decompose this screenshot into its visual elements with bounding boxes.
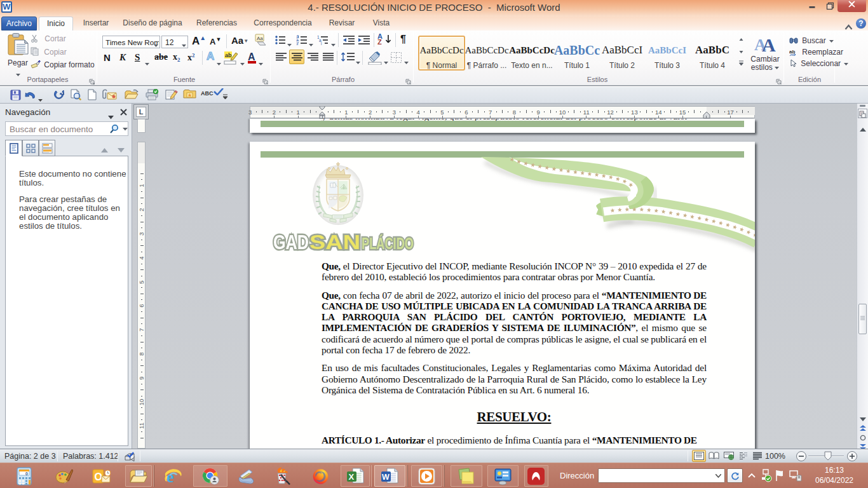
svg-text:SAN: SAN xyxy=(309,231,360,254)
svg-text:PLÁCIDO: PLÁCIDO xyxy=(362,234,414,252)
svg-text:ac: ac xyxy=(789,54,794,56)
svg-text:X: X xyxy=(349,472,355,482)
svg-text:W: W xyxy=(382,473,390,482)
svg-text:A: A xyxy=(762,34,776,53)
svg-text:3: 3 xyxy=(296,42,299,46)
svg-text:ab: ab xyxy=(225,52,232,58)
svg-text:e: e xyxy=(166,468,174,485)
svg-text:O: O xyxy=(95,471,102,482)
svg-text:Aa: Aa xyxy=(257,36,263,41)
svg-text:i: i xyxy=(321,41,322,45)
svg-text:0: 0 xyxy=(25,471,28,476)
svg-text:GAD: GAD xyxy=(273,231,309,254)
